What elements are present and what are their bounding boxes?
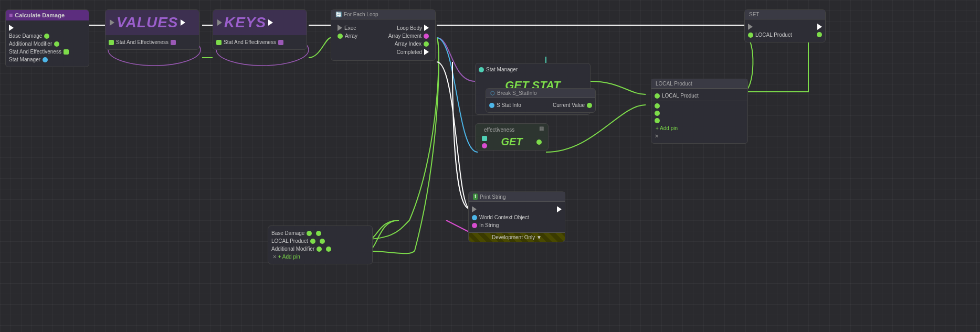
set-title: SET bbox=[749, 12, 759, 17]
print-exec-out bbox=[554, 205, 565, 213]
getstat-statmanager-pin: Stat Manager bbox=[476, 66, 590, 73]
multiply-in3 bbox=[651, 117, 747, 124]
bottom-additional-modifier: Additional Modifier bbox=[268, 245, 372, 253]
stat-effectiveness-label: Stat And Effectiveness bbox=[9, 49, 61, 55]
get-title: GET bbox=[501, 134, 522, 150]
bottom-add-mod-out bbox=[326, 247, 331, 252]
set-local-in-dot bbox=[748, 33, 753, 38]
print-exec-in bbox=[469, 205, 532, 213]
bottom-base-out bbox=[316, 231, 321, 236]
bottom-add-pin-btn[interactable]: ✕ + Add pin bbox=[268, 253, 372, 261]
stat-effectiveness-pin: Stat And Effectiveness bbox=[6, 48, 89, 56]
multiply-out-dot bbox=[655, 93, 660, 99]
set-local-product-in: LOCAL Product bbox=[745, 31, 795, 39]
set-exec-out-icon bbox=[817, 24, 822, 30]
calc-damage-header: ■ Calculate Damage bbox=[6, 10, 89, 20]
multiply-out-label: LOCAL Product bbox=[662, 93, 699, 99]
calculate-damage-node: ■ Calculate Damage Base Damage Additiona… bbox=[5, 9, 89, 67]
foreach-header: 🔄 For Each Loop bbox=[331, 10, 435, 19]
additional-modifier-dot bbox=[54, 41, 59, 47]
dev-only-footer: Development Only ▼ bbox=[469, 232, 565, 242]
bottom-calc-node: Base Damage LOCAL Product Additional Mod… bbox=[268, 226, 373, 264]
keys-stat-label: Stat And Effectiveness bbox=[224, 39, 276, 45]
set-local-out-dot bbox=[817, 32, 822, 37]
additional-modifier-label: Additional Modifier bbox=[9, 41, 52, 47]
foreach-exec-in-label: Exec bbox=[344, 25, 356, 31]
dev-only-label: Development Only bbox=[492, 234, 535, 240]
multiply-out: LOCAL Product bbox=[651, 92, 747, 100]
additional-modifier-pin: Additional Modifier bbox=[6, 40, 89, 48]
foreach-loop-body-exec bbox=[424, 25, 429, 31]
multiply-add-pin-btn[interactable]: + Add pin bbox=[651, 124, 747, 132]
get-in2 bbox=[479, 142, 490, 149]
set-local-in-label: LOCAL Product bbox=[755, 32, 792, 38]
foreach-loop-body: Loop Body bbox=[385, 24, 432, 32]
foreach-exec-in-icon bbox=[338, 25, 342, 31]
print-string-dot bbox=[472, 223, 477, 228]
break-icon: ⬡ bbox=[490, 90, 495, 96]
multiply-in2 bbox=[651, 110, 747, 117]
print-world-context: World Context Object bbox=[469, 213, 532, 221]
get-in2-dot bbox=[482, 143, 487, 148]
get-out-dot bbox=[536, 140, 542, 145]
getstat-statmanager-label: Stat Manager bbox=[486, 67, 518, 72]
set-local-product-out bbox=[814, 31, 825, 38]
multiply-x-btn[interactable]: ✕ bbox=[655, 133, 659, 139]
set-exec-in bbox=[745, 23, 795, 31]
bottom-local-product: LOCAL Product bbox=[268, 237, 372, 245]
foreach-array-index: Array Index bbox=[385, 40, 432, 48]
base-damage-pin: Base Damage bbox=[6, 32, 89, 40]
keys-stat-pin: Stat And Effectiveness bbox=[213, 38, 307, 46]
values-header: VALUES bbox=[106, 10, 199, 35]
base-damage-dot bbox=[44, 34, 49, 39]
foreach-array-in: Array bbox=[334, 32, 361, 40]
foreach-array-index-dot bbox=[424, 41, 429, 47]
bottom-x-btn: ✕ bbox=[272, 254, 277, 260]
values-stat-label: Stat And Effectiveness bbox=[116, 39, 168, 45]
values-node: VALUES Stat And Effectiveness bbox=[105, 9, 199, 50]
print-in-string: In String bbox=[469, 221, 532, 229]
effectiveness-label: effectiveness bbox=[480, 126, 544, 134]
get-in1 bbox=[479, 135, 490, 142]
foreach-completed-label: Completed bbox=[397, 49, 422, 55]
foreach-title: For Each Loop bbox=[344, 12, 378, 17]
break-header: ⬡ Break S_StatInfo bbox=[486, 89, 595, 98]
stat-manager-label: Stat Manager bbox=[9, 57, 40, 62]
keys-title: KEYS bbox=[224, 12, 266, 33]
multiply-header: LOCAL Product bbox=[651, 79, 747, 89]
keys-stat-icon bbox=[216, 40, 222, 45]
get-map-node: effectiveness ▦ GET bbox=[475, 123, 549, 151]
set-exec-in-icon bbox=[748, 24, 753, 30]
break-current-value-out: Current Value bbox=[550, 101, 595, 109]
multiply-in1 bbox=[651, 102, 747, 110]
calc-damage-title: Calculate Damage bbox=[15, 12, 65, 18]
foreach-completed-exec bbox=[424, 49, 429, 55]
foreach-array-label: Array bbox=[345, 33, 357, 39]
print-in-string-label: In String bbox=[479, 222, 499, 228]
foreach-completed: Completed bbox=[385, 48, 432, 56]
multiply-title: LOCAL Product bbox=[656, 81, 692, 87]
keys-node: KEYS Stat And Effectiveness bbox=[213, 9, 307, 50]
bottom-local-label: LOCAL Product bbox=[271, 238, 308, 244]
values-stat-icon bbox=[109, 40, 114, 45]
break-current-value-label: Current Value bbox=[553, 102, 585, 108]
foreach-loop-node: 🔄 For Each Loop Exec Array Loop Body bbox=[331, 9, 436, 61]
foreach-array-element: Array Element bbox=[385, 32, 432, 40]
values-stat-pin: Stat And Effectiveness bbox=[106, 38, 199, 46]
foreach-array-element-dot bbox=[424, 34, 429, 39]
keys-header: KEYS bbox=[213, 10, 307, 35]
print-string-node: f Print String World Context Object In S… bbox=[468, 191, 565, 242]
getstat-statmanager-dot bbox=[479, 67, 484, 72]
bottom-base-dot bbox=[307, 231, 312, 236]
break-title: Break S_StatInfo bbox=[497, 90, 537, 96]
loop-icon: 🔄 bbox=[335, 12, 342, 17]
break-sstatinfo-node: ⬡ Break S_StatInfo S Stat Info Current V… bbox=[486, 88, 596, 113]
keys-exec-in bbox=[217, 19, 222, 26]
values-exec-out bbox=[181, 19, 185, 26]
stat-effectiveness-square bbox=[64, 49, 69, 55]
base-damage-label: Base Damage bbox=[9, 33, 42, 39]
exec-pin-icon bbox=[9, 25, 14, 31]
bottom-add-mod-dot bbox=[317, 247, 322, 252]
print-exec-out-icon bbox=[557, 206, 562, 212]
bottom-local-out bbox=[320, 239, 325, 244]
